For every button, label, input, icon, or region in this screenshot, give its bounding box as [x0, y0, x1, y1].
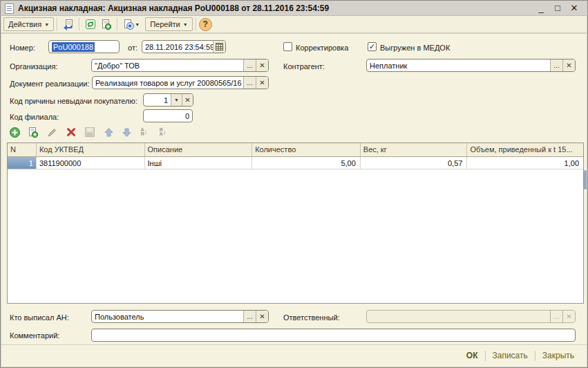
select-button[interactable]: ...: [550, 59, 562, 71]
chevron-down-icon: ▼: [183, 22, 188, 27]
dropdown-button[interactable]: ▼: [171, 94, 182, 106]
edit-row-button[interactable]: [46, 126, 59, 138]
clear-button[interactable]: ✕: [256, 59, 268, 71]
branch-code-input[interactable]: 0: [143, 109, 193, 122]
calendar-button[interactable]: [213, 41, 225, 53]
clear-button[interactable]: ✕: [256, 311, 268, 322]
column-header-description[interactable]: Описание: [145, 143, 253, 156]
form-area: Номер: PoU000188 от: 28.11.2016 23:54:59…: [1, 34, 587, 367]
medok-checkbox[interactable]: [368, 42, 377, 51]
sort-ascending-button[interactable]: АЯ↓: [137, 126, 151, 138]
sales-document-value: Реализация товаров и услуг 20080565/16 о: [93, 77, 243, 89]
number-value: PoU000188: [52, 42, 95, 52]
organization-label: Организация:: [10, 62, 57, 71]
sales-document-label: Документ реализации:: [10, 80, 90, 88]
refresh-button[interactable]: [82, 17, 98, 32]
post-document-icon: [62, 19, 74, 30]
row-number-cell[interactable]: 1: [8, 157, 37, 169]
date-label: от:: [128, 44, 137, 52]
reason-code-value: 1: [144, 94, 171, 106]
number-input[interactable]: PoU000188: [48, 40, 120, 53]
open-document-icon: [123, 19, 135, 30]
help-icon: ?: [203, 19, 208, 29]
select-button[interactable]: ...: [243, 77, 256, 89]
close-button[interactable]: ✕: [569, 3, 580, 14]
end-edit-icon: [84, 127, 95, 138]
title-bar: Акцизная накладная: Акцизная накладная P…: [1, 1, 587, 16]
add-copy-icon: [27, 127, 39, 138]
open-document-button[interactable]: ▼: [120, 17, 142, 32]
delete-icon: [66, 127, 76, 137]
quantity-cell[interactable]: 5,00: [252, 157, 361, 169]
close-form-button[interactable]: Закрыть: [535, 351, 581, 360]
move-up-button[interactable]: [102, 126, 115, 138]
main-toolbar: Действия ▼ ▼ Перейти: [1, 16, 587, 33]
window-title: Акцизная накладная: Акцизная накладная P…: [18, 3, 329, 13]
date-input[interactable]: 28.11.2016 23:54:59: [142, 40, 226, 53]
footer-divider: [1, 344, 587, 345]
branch-code-value: 0: [185, 112, 189, 120]
help-button[interactable]: ?: [199, 18, 212, 31]
maximize-button[interactable]: □: [552, 3, 563, 14]
go-label: Перейти: [150, 20, 180, 28]
sort-descending-button[interactable]: ЯА↓: [156, 126, 169, 138]
branch-code-label: Код филиала:: [10, 113, 59, 121]
end-edit-button[interactable]: [83, 126, 96, 138]
table-header-row: N Код УКТВЕД Описание Количество Вес, кг…: [8, 143, 583, 157]
responsible-label: Ответственный:: [283, 313, 340, 322]
delete-row-button[interactable]: [64, 126, 77, 138]
toolbar-separator: [57, 18, 57, 30]
adjustment-label: Корректировка: [296, 44, 348, 52]
table-row[interactable]: 1 3811900000 Інші 5,00 0,57 1,00: [8, 157, 583, 169]
edit-icon: [47, 127, 57, 138]
code-cell[interactable]: 3811900000: [37, 157, 145, 169]
ok-button[interactable]: ОК: [459, 351, 485, 360]
minimize-button[interactable]: _: [535, 3, 547, 14]
counterparty-label: Контрагент:: [283, 62, 325, 71]
reason-code-input[interactable]: 1 ▼ ✕: [143, 93, 193, 107]
actions-menu-button[interactable]: Действия ▼: [3, 17, 54, 31]
column-header-code[interactable]: Код УКТВЕД: [37, 143, 145, 156]
document-window: Акцизная накладная: Акцизная накладная P…: [0, 0, 588, 368]
medok-label: Выгружен в МЕДОК: [380, 44, 450, 52]
move-down-button[interactable]: [120, 126, 133, 138]
comment-input[interactable]: [91, 329, 576, 342]
counterparty-input[interactable]: Неплатник ... ✕: [366, 59, 576, 72]
sort-desc-icon: ЯА↓: [159, 128, 166, 136]
window-controls: _ □ ✕: [535, 3, 587, 14]
toolbar-separator: [117, 18, 117, 30]
add-copy-row-button[interactable]: [26, 126, 39, 138]
add-row-button[interactable]: [8, 126, 21, 138]
description-cell[interactable]: Інші: [145, 157, 253, 169]
clear-button[interactable]: ✕: [562, 59, 575, 71]
volume-cell[interactable]: 1,00: [467, 157, 583, 169]
responsible-input[interactable]: ... ✕: [366, 310, 576, 323]
select-button[interactable]: ...: [243, 311, 256, 322]
clear-button[interactable]: ✕: [182, 94, 193, 106]
scrollbar-thumb[interactable]: [584, 170, 587, 190]
issued-by-label: Кто выписал АН:: [10, 313, 69, 322]
sales-document-input[interactable]: Реализация товаров и услуг 20080565/16 о…: [92, 76, 269, 89]
weight-cell[interactable]: 0,57: [361, 157, 468, 169]
organization-input[interactable]: "Добро" ТОВ ... ✕: [91, 59, 269, 72]
column-header-weight[interactable]: Вес, кг: [361, 143, 468, 156]
column-header-quantity[interactable]: Количество: [252, 143, 361, 156]
issued-by-input[interactable]: Пользователь ... ✕: [91, 310, 269, 323]
select-button[interactable]: ...: [243, 59, 256, 71]
toolbar-separator: [79, 18, 79, 30]
go-menu-button[interactable]: Перейти ▼: [145, 17, 193, 31]
toolbar-separator: [196, 18, 196, 30]
items-table: N Код УКТВЕД Описание Количество Вес, кг…: [7, 142, 584, 304]
number-label: Номер:: [10, 44, 35, 52]
copy-document-button[interactable]: [98, 17, 114, 32]
column-header-n[interactable]: N: [8, 143, 37, 156]
calendar-icon: [216, 43, 223, 50]
clear-button: ✕: [562, 311, 575, 322]
adjustment-checkbox[interactable]: [283, 42, 292, 51]
post-document-button[interactable]: [60, 17, 76, 32]
comment-label: Комментарий:: [10, 331, 59, 340]
save-button[interactable]: Записать: [486, 351, 535, 360]
clear-button[interactable]: ✕: [256, 77, 268, 89]
column-header-volume[interactable]: Объем, приведенный к t 15...: [467, 143, 583, 156]
date-value: 28.11.2016 23:54:59: [142, 41, 213, 53]
